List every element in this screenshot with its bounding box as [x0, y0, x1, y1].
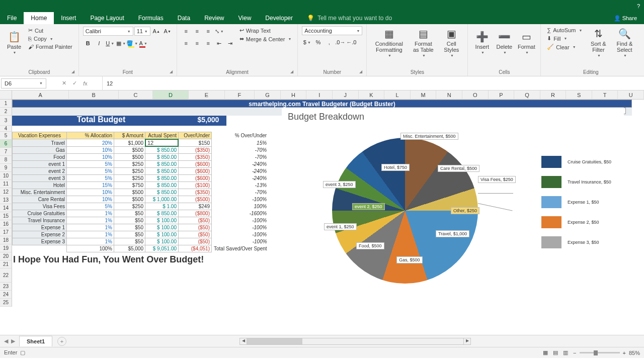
cell-actual-spent[interactable]: $ 1.00 — [145, 203, 179, 210]
row-header-20[interactable]: 20 — [0, 252, 12, 260]
cell-over-under[interactable]: ($350) — [179, 147, 212, 154]
cell-amount[interactable]: $500 — [114, 189, 145, 196]
cell-over-under[interactable]: ($350) — [179, 189, 212, 196]
row-header-12[interactable]: 12 — [0, 188, 12, 196]
table-row[interactable]: Expense 2 1% $50 $ 100.00 ($50) -100% — [13, 231, 269, 238]
horizontal-scrollbar[interactable]: ◀ ▶ — [239, 338, 471, 345]
column-header-S[interactable]: S — [566, 90, 592, 100]
scroll-thumb[interactable] — [247, 338, 302, 344]
sheet-tab-1[interactable]: Sheet1 — [19, 336, 52, 346]
table-row[interactable]: Expense 3 1% $50 $ 100.00 ($50) -100% — [13, 238, 269, 245]
conditional-formatting-button[interactable]: ▦Conditional Formatting▼ — [371, 26, 407, 59]
cell-over-under[interactable]: ($100) — [179, 182, 212, 189]
column-header-N[interactable]: N — [436, 90, 462, 100]
row-header-5[interactable]: 5 — [0, 132, 12, 140]
row-header-11[interactable]: 11 — [0, 180, 12, 188]
tab-page-layout[interactable]: Page Layout — [83, 12, 131, 24]
cell-over-under[interactable]: ($50) — [179, 217, 212, 224]
align-middle-button[interactable]: ≡ — [192, 26, 202, 36]
row-header-8[interactable]: 8 — [0, 156, 12, 164]
cell-category[interactable]: Cruise Gratuities — [13, 210, 67, 217]
row-header-2[interactable]: 2 — [0, 108, 12, 116]
zoom-in-button[interactable]: + — [623, 350, 626, 356]
cell-actual-spent[interactable]: $ 850.00 — [145, 147, 179, 154]
cell-actual-spent[interactable]: $ 850.00 — [145, 182, 179, 189]
cell-over-under[interactable]: ($600) — [179, 175, 212, 182]
increase-indent-button[interactable]: ⇥ — [225, 38, 235, 48]
clipboard-launcher-icon[interactable]: ◢ — [71, 69, 74, 74]
table-row[interactable]: Travel Insurance 1% $50 $ 100.00 ($50) -… — [13, 217, 269, 224]
cell-allocation[interactable]: 10% — [67, 189, 114, 196]
cell-over-under[interactable]: ($600) — [179, 168, 212, 175]
cell-allocation[interactable]: 20% — [67, 139, 114, 147]
column-header-K[interactable]: K — [359, 90, 385, 100]
cell-actual-spent[interactable]: $ 850.00 — [145, 161, 179, 168]
page-break-view-button[interactable]: ▥ — [563, 349, 568, 356]
format-painter-button[interactable]: 🖌Format Painter — [26, 43, 74, 51]
cell-category[interactable]: Expense 1 — [13, 224, 67, 231]
alignment-launcher-icon[interactable]: ◢ — [290, 69, 293, 74]
table-row[interactable]: Visa Fees 5% $250 $ 1.00 $249 100% — [13, 203, 269, 210]
table-row[interactable]: Hotel 15% $750 $ 850.00 ($100) -13% — [13, 182, 269, 189]
align-top-button[interactable]: ≡ — [181, 26, 191, 36]
column-header-F[interactable]: F — [225, 90, 255, 100]
cell-amount[interactable]: $50 — [114, 210, 145, 217]
cell-category[interactable]: Travel — [13, 139, 67, 147]
cell-amount[interactable]: $750 — [114, 182, 145, 189]
row-header-19[interactable]: 19 — [0, 244, 12, 252]
insert-cells-button[interactable]: ➕Insert▼ — [472, 26, 492, 59]
cell-allocation[interactable]: 1% — [67, 210, 114, 217]
cell-actual-spent[interactable]: $ 100.00 — [145, 217, 179, 224]
page-layout-view-button[interactable]: ▤ — [553, 349, 558, 356]
row-header-6[interactable]: 6 — [0, 140, 12, 148]
align-left-button[interactable]: ≡ — [181, 38, 191, 48]
row-headers[interactable]: 1234567891011121314151617181920212223242… — [0, 100, 12, 307]
column-header-R[interactable]: R — [540, 90, 567, 100]
align-center-button[interactable]: ≡ — [192, 38, 202, 48]
table-row[interactable]: Expense 1 1% $50 $ 100.00 ($50) -100% — [13, 224, 269, 231]
cell-category[interactable]: event 1 — [13, 161, 67, 168]
percent-format-button[interactable]: % — [313, 37, 323, 47]
decrease-decimal-button[interactable]: ←.0 — [346, 37, 356, 47]
italic-button[interactable]: I — [94, 38, 104, 48]
cell-category[interactable]: Food — [13, 154, 67, 161]
cell-actual-spent[interactable]: 12 — [145, 139, 178, 146]
tell-me-search[interactable]: 💡 Tell me what you want to do — [300, 12, 607, 24]
cell-over-under[interactable]: ($50) — [179, 231, 212, 238]
tab-view[interactable]: View — [231, 12, 259, 24]
cell-actual-spent[interactable]: $ 100.00 — [145, 224, 179, 231]
column-header-H[interactable]: H — [281, 90, 307, 100]
cell-allocation[interactable]: 10% — [67, 147, 114, 154]
cell-allocation[interactable]: 5% — [67, 203, 114, 210]
column-header-A[interactable]: A — [12, 90, 69, 100]
worksheet-grid[interactable]: ABCDEFGHIJKLMNOPQRSTU 123456789101112131… — [0, 90, 644, 335]
tab-review[interactable]: Review — [197, 12, 231, 24]
titlebar-help-icon[interactable]: ? — [637, 3, 640, 9]
cell-amount[interactable]: $500 — [114, 196, 145, 203]
row-header-22[interactable]: 22 — [0, 268, 12, 283]
cell-allocation[interactable]: 15% — [67, 182, 114, 189]
find-select-button[interactable]: 🔍Find & Select▼ — [612, 26, 636, 59]
fx-icon[interactable]: fx — [83, 80, 88, 86]
cell-category[interactable]: event 3 — [13, 175, 67, 182]
wrap-text-button[interactable]: ↩Wrap Text — [237, 26, 294, 35]
border-button[interactable]: ▦▼ — [116, 38, 126, 48]
cell-allocation[interactable]: 5% — [67, 168, 114, 175]
table-row[interactable]: event 3 5% $250 $ 850.00 ($600) -240% — [13, 175, 269, 182]
font-name-select[interactable]: Calibri▼ — [83, 27, 133, 36]
cell-category[interactable]: Hotel — [13, 182, 67, 189]
zoom-level[interactable]: 85% — [629, 350, 640, 356]
confirm-edit-button[interactable]: ✓ — [72, 80, 77, 86]
row-header-16[interactable]: 16 — [0, 220, 12, 228]
bold-button[interactable]: B — [83, 38, 93, 48]
autosum-button[interactable]: ∑AutoSum▼ — [545, 26, 584, 34]
table-row[interactable]: Care Rental 10% $500 $ 1,000.00 ($500) -… — [13, 196, 269, 203]
cell-actual-spent[interactable]: $ 850.00 — [145, 175, 179, 182]
orientation-button[interactable]: ⤡▼ — [214, 26, 224, 36]
column-header-D[interactable]: D — [153, 90, 189, 100]
comma-format-button[interactable]: , — [324, 37, 334, 47]
cell-amount[interactable]: $250 — [114, 168, 145, 175]
formula-input[interactable]: 12 — [103, 79, 644, 88]
row-header-15[interactable]: 15 — [0, 212, 12, 220]
clear-button[interactable]: 🧹Clear▼ — [545, 43, 584, 51]
